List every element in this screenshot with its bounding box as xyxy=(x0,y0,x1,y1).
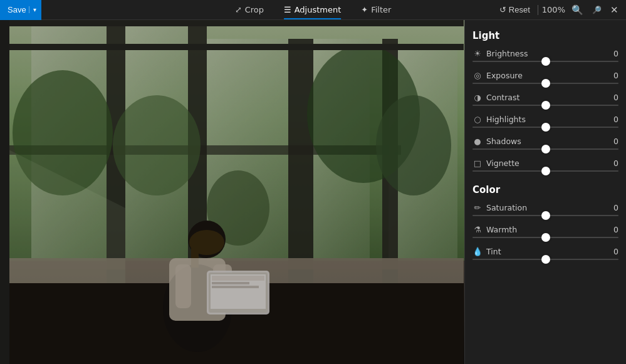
svg-rect-35 xyxy=(0,20,464,26)
photo-background xyxy=(0,20,464,364)
exposure-thumb[interactable] xyxy=(541,79,550,88)
save-chevron-icon[interactable]: ▾ xyxy=(29,6,36,13)
exposure-slider[interactable] xyxy=(472,83,618,84)
contrast-text: Contrast xyxy=(486,93,519,102)
zoom-out-button[interactable]: 🔍 xyxy=(569,3,586,17)
reset-icon: ↺ xyxy=(499,5,506,14)
shadows-thumb[interactable] xyxy=(541,145,550,153)
vignette-track xyxy=(472,170,618,172)
image-area xyxy=(0,20,464,364)
exposure-label: ◎ Exposure xyxy=(472,71,523,80)
warmth-value: 0 xyxy=(606,225,618,234)
warmth-text: Warmth xyxy=(486,225,517,234)
tint-label: 💧 Tint xyxy=(472,247,501,256)
highlights-thumb[interactable] xyxy=(541,123,550,132)
save-label: Save xyxy=(8,5,26,14)
shadows-value: 0 xyxy=(606,137,618,146)
svg-rect-36 xyxy=(0,20,9,364)
contrast-label: ◑ Contrast xyxy=(472,93,519,102)
scene-svg xyxy=(0,20,464,364)
highlights-slider[interactable] xyxy=(472,127,618,128)
tint-track xyxy=(472,259,618,260)
tint-icon: 💧 xyxy=(472,247,483,256)
light-section-title: Light xyxy=(472,30,618,41)
warmth-track xyxy=(472,237,618,238)
saturation-slider[interactable] xyxy=(472,215,618,216)
reset-button[interactable]: ↺ Reset xyxy=(496,5,534,14)
vignette-thumb[interactable] xyxy=(541,167,550,175)
highlights-text: Highlights xyxy=(486,115,526,124)
zoom-level: 100% xyxy=(542,5,565,14)
exposure-track xyxy=(472,83,618,84)
close-button[interactable]: ✕ xyxy=(608,3,621,17)
color-section: Color ✏ Saturation 0 ⚗ Warmth xyxy=(472,184,618,269)
contrast-thumb[interactable] xyxy=(541,101,550,110)
right-panel: Light ☀ Brightness 0 ◎ Exposure xyxy=(464,20,626,364)
tint-text: Tint xyxy=(486,247,501,256)
adjustment-icon: ☰ xyxy=(284,5,291,14)
shadows-label: ● Shadows xyxy=(472,137,521,146)
toolbar-tabs: ⤢ Crop ☰ Adjustment ✦ Filter xyxy=(225,0,402,19)
highlights-label: ○ Highlights xyxy=(472,115,526,124)
tab-crop-label: Crop xyxy=(245,5,264,14)
saturation-track xyxy=(472,215,618,216)
shadows-text: Shadows xyxy=(486,137,521,146)
brightness-value: 0 xyxy=(606,49,618,58)
warmth-icon: ⚗ xyxy=(472,225,483,234)
vignette-value: 0 xyxy=(606,159,618,168)
highlights-track xyxy=(472,127,618,128)
saturation-icon: ✏ xyxy=(472,203,483,212)
vignette-slider[interactable] xyxy=(472,170,618,172)
brightness-icon: ☀ xyxy=(472,49,483,58)
toolbar-divider xyxy=(538,5,538,15)
contrast-slider[interactable] xyxy=(472,105,618,106)
saturation-text: Saturation xyxy=(486,203,527,212)
reset-label: Reset xyxy=(509,5,530,14)
saturation-label: ✏ Saturation xyxy=(472,203,527,212)
zoom-out-icon: 🔍 xyxy=(571,4,583,16)
shadows-track xyxy=(472,148,618,150)
highlights-icon: ○ xyxy=(472,115,483,124)
save-button[interactable]: Save ▾ xyxy=(0,0,41,20)
zoom-in-icon: 🔎 xyxy=(592,6,602,14)
toolbar-right: ↺ Reset 100% 🔍 🔎 ✕ xyxy=(496,0,626,19)
saturation-value: 0 xyxy=(606,203,618,212)
brightness-label: ☀ Brightness xyxy=(472,49,528,58)
toolbar: Save ▾ ⤢ Crop ☰ Adjustment ✦ Filter ↺ Re… xyxy=(0,0,626,20)
tab-filter-label: Filter xyxy=(371,5,391,14)
shadows-slider[interactable] xyxy=(472,148,618,150)
contrast-icon: ◑ xyxy=(472,93,483,102)
tint-thumb[interactable] xyxy=(541,255,550,264)
crop-icon: ⤢ xyxy=(235,5,242,14)
close-icon: ✕ xyxy=(610,4,618,16)
brightness-track xyxy=(472,61,618,62)
light-section: Light ☀ Brightness 0 ◎ Exposure xyxy=(472,30,618,180)
brightness-thumb[interactable] xyxy=(541,57,550,66)
shadows-icon: ● xyxy=(472,137,483,146)
warmth-thumb[interactable] xyxy=(541,233,550,242)
main-content: Light ☀ Brightness 0 ◎ Exposure xyxy=(0,20,626,364)
contrast-value: 0 xyxy=(606,93,618,102)
brightness-text: Brightness xyxy=(486,49,528,58)
filter-icon: ✦ xyxy=(361,5,368,14)
saturation-thumb[interactable] xyxy=(541,211,550,220)
tab-adjustment[interactable]: ☰ Adjustment xyxy=(274,0,351,19)
warmth-label: ⚗ Warmth xyxy=(472,225,517,234)
color-section-title: Color xyxy=(472,184,618,195)
tint-slider[interactable] xyxy=(472,259,618,260)
exposure-text: Exposure xyxy=(486,71,523,80)
brightness-slider[interactable] xyxy=(472,61,618,62)
vignette-label: □ Vignette xyxy=(472,159,519,168)
tab-crop[interactable]: ⤢ Crop xyxy=(225,0,274,19)
contrast-track xyxy=(472,105,618,106)
zoom-in-button[interactable]: 🔎 xyxy=(590,4,604,16)
highlights-value: 0 xyxy=(606,115,618,124)
vignette-icon: □ xyxy=(472,159,483,168)
exposure-value: 0 xyxy=(606,71,618,80)
exposure-icon: ◎ xyxy=(472,71,483,80)
tab-filter[interactable]: ✦ Filter xyxy=(351,0,401,19)
warmth-slider[interactable] xyxy=(472,237,618,238)
svg-rect-37 xyxy=(9,44,464,50)
tint-value: 0 xyxy=(606,247,618,256)
tab-adjustment-label: Adjustment xyxy=(295,5,342,14)
